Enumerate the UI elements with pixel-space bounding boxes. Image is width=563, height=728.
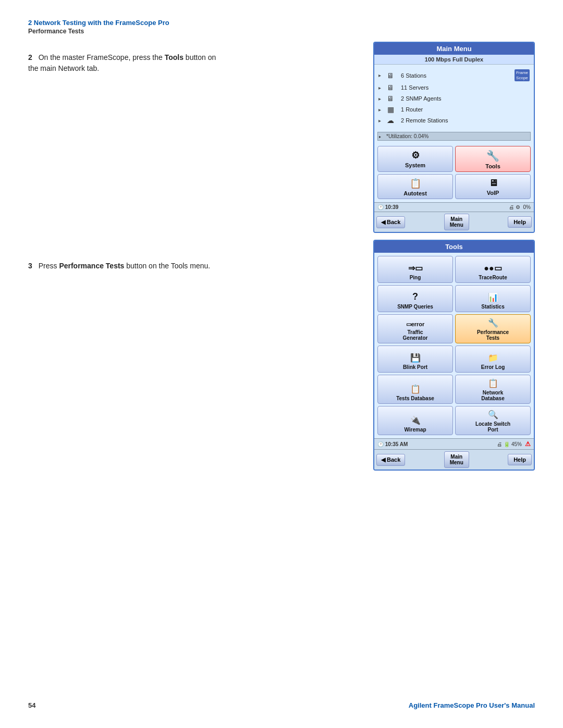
autotest-label: Autotest: [403, 190, 427, 196]
util-arrow: ▸: [379, 134, 381, 139]
locate-label: Locate SwitchPort: [475, 421, 510, 433]
page-number: 54: [28, 701, 35, 709]
wiremap-icon: 🔌: [410, 415, 421, 425]
statistics-label: Statistics: [481, 304, 504, 310]
tools-title: Tools: [374, 241, 534, 253]
main-menu-status-bar: 🕐 10:39 🖨 ⚙ 0%: [374, 202, 534, 212]
ping-label: Ping: [410, 275, 421, 280]
instruction-1: 2 On the master FrameScope, press the To…: [28, 52, 226, 74]
step-number-1: 2: [28, 53, 32, 61]
error-log-button[interactable]: 📁 Error Log: [455, 346, 531, 373]
error-log-label: Error Log: [481, 364, 505, 370]
network-row-remote: ▸ ☁ 2 Remote Stations: [378, 116, 530, 125]
tests-db-icon: 📋: [410, 384, 421, 394]
status-icons-2: 🖨 🔋 45%: [497, 441, 522, 447]
traffic-label: TrafficGenerator: [403, 329, 428, 341]
main-menu-screen-container: Main Menu 100 Mbps Full Duplex ▸ 🖥 6 Sta…: [373, 42, 535, 239]
blink-port-button[interactable]: 💾 Blink Port: [377, 346, 453, 373]
main-menu-grid: ⚙ System 🔧 Tools 📋 Autotest 🖥 VoIP: [374, 143, 534, 202]
system-label: System: [405, 162, 425, 168]
network-database-button[interactable]: 📋 NetworkDatabase: [455, 375, 531, 404]
label-remote: 2 Remote Stations: [401, 117, 530, 124]
framescope-badge: FrameScope: [515, 69, 530, 81]
blink-label: Blink Port: [403, 364, 427, 370]
main-menu-back-button[interactable]: ◀ Back: [376, 216, 405, 228]
blink-icon: 💾: [410, 353, 421, 363]
traffic-generator-button[interactable]: ▭error TrafficGenerator: [377, 314, 453, 343]
tools-help-button[interactable]: Help: [508, 454, 532, 465]
traceroute-button[interactable]: ●●▭ TraceRoute: [455, 256, 531, 283]
instruction-2: 3 Press Performance Tests button on the …: [28, 261, 226, 272]
status-time-1: 🕐 10:39: [377, 204, 398, 210]
system-button[interactable]: ⚙ System: [377, 146, 453, 172]
traceroute-icon: ●●▭: [484, 263, 501, 273]
label-servers: 11 Servers: [401, 84, 530, 91]
wiremap-label: Wiremap: [404, 427, 426, 433]
main-menu-help-button[interactable]: Help: [508, 216, 532, 228]
network-row-stations: ▸ 🖥 6 Stations FrameScope: [378, 69, 530, 81]
snmp-queries-button[interactable]: ? SNMP Queries: [377, 285, 453, 312]
arrow-servers: ▸: [378, 85, 381, 91]
tools-grid: ⇒▭ Ping ●●▭ TraceRoute ? SNMP Queries 📊 …: [374, 253, 534, 438]
tools-main-menu-button[interactable]: MainMenu: [444, 451, 469, 468]
status-icons-1: 🖨 ⚙: [509, 204, 520, 210]
error-log-icon: 📁: [488, 353, 498, 363]
performance-tests-button[interactable]: 🔧 PerformanceTests: [455, 314, 531, 343]
utilization-text: *Utilization: 0.04%: [386, 133, 429, 139]
step-number-2: 3: [28, 262, 32, 270]
section-title: Performance Tests: [28, 28, 535, 35]
tools-screen-container: Tools ⇒▭ Ping ●●▭ TraceRoute ? SNMP Quer…: [373, 240, 535, 471]
main-menu-title: Main Menu: [374, 43, 534, 55]
tools-button[interactable]: 🔧 Tools: [455, 146, 531, 172]
wiremap-button[interactable]: 🔌 Wiremap: [377, 406, 453, 435]
nav-center-2: MainMenu: [405, 451, 508, 468]
icon-remote: ☁: [383, 116, 398, 125]
voip-button[interactable]: 🖥 VoIP: [455, 174, 531, 199]
tools-nav-bar: ◀ Back MainMenu Help: [374, 449, 534, 470]
label-snmp: 2 SNMP Agents: [401, 95, 530, 102]
status-pct-1: 0%: [523, 204, 531, 210]
tools-icon: 🔧: [458, 150, 528, 162]
label-stations: 6 Stations: [401, 72, 515, 79]
voip-icon: 🖥: [458, 178, 528, 189]
tests-database-button[interactable]: 📋 Tests Database: [377, 375, 453, 404]
tools-status-bar: 🕐 10:35 AM 🖨 🔋 45% ⚠: [374, 438, 534, 449]
arrow-router: ▸: [378, 107, 381, 113]
arrow-stations: ▸: [378, 72, 381, 78]
performance-icon: 🔧: [488, 318, 498, 328]
snmp-icon: ?: [412, 291, 418, 302]
network-row-router: ▸ ▦ 1 Router: [378, 105, 530, 114]
statistics-button[interactable]: 📊 Statistics: [455, 285, 531, 312]
tools-screen: Tools ⇒▭ Ping ●●▭ TraceRoute ? SNMP Quer…: [373, 240, 535, 471]
chapter-title: 2 Network Testing with the FrameScope Pr…: [28, 19, 535, 27]
label-router: 1 Router: [401, 106, 530, 113]
main-menu-button-1[interactable]: MainMenu: [444, 214, 469, 230]
performance-label: PerformanceTests: [477, 329, 509, 341]
arrow-remote: ▸: [378, 118, 381, 124]
traceroute-label: TraceRoute: [479, 275, 507, 280]
statistics-icon: 📊: [488, 292, 498, 302]
nav-center-1: MainMenu: [405, 214, 508, 230]
page-footer: 54 Agilent FrameScope Pro User's Manual: [28, 701, 535, 709]
arrow-snmp: ▸: [378, 96, 381, 102]
snmp-label: SNMP Queries: [397, 304, 433, 310]
ping-button[interactable]: ⇒▭ Ping: [377, 256, 453, 283]
voip-label: VoIP: [487, 190, 499, 196]
network-db-label: NetworkDatabase: [481, 390, 504, 401]
network-row-snmp: ▸ 🖥 2 SNMP Agents: [378, 94, 530, 103]
network-display: ▸ 🖥 6 Stations FrameScope ▸ 🖥 11 Servers…: [374, 65, 534, 130]
manual-title: Agilent FrameScope Pro User's Manual: [409, 701, 535, 709]
locate-icon: 🔍: [488, 410, 498, 419]
alert-icon: ⚠: [525, 440, 531, 448]
main-menu-nav-bar: ◀ Back MainMenu Help: [374, 212, 534, 232]
autotest-button[interactable]: 📋 Autotest: [377, 174, 453, 199]
tools-back-button[interactable]: ◀ Back: [376, 454, 405, 466]
locate-switch-port-button[interactable]: 🔍 Locate SwitchPort: [455, 406, 531, 435]
system-icon: ⚙: [380, 150, 450, 161]
traffic-icon: ▭error: [406, 321, 425, 328]
icon-servers: 🖥: [383, 83, 398, 92]
network-db-icon: 📋: [488, 378, 498, 388]
icon-router: ▦: [383, 105, 398, 114]
main-menu-screen: Main Menu 100 Mbps Full Duplex ▸ 🖥 6 Sta…: [373, 42, 535, 233]
main-menu-subtitle: 100 Mbps Full Duplex: [374, 55, 534, 65]
